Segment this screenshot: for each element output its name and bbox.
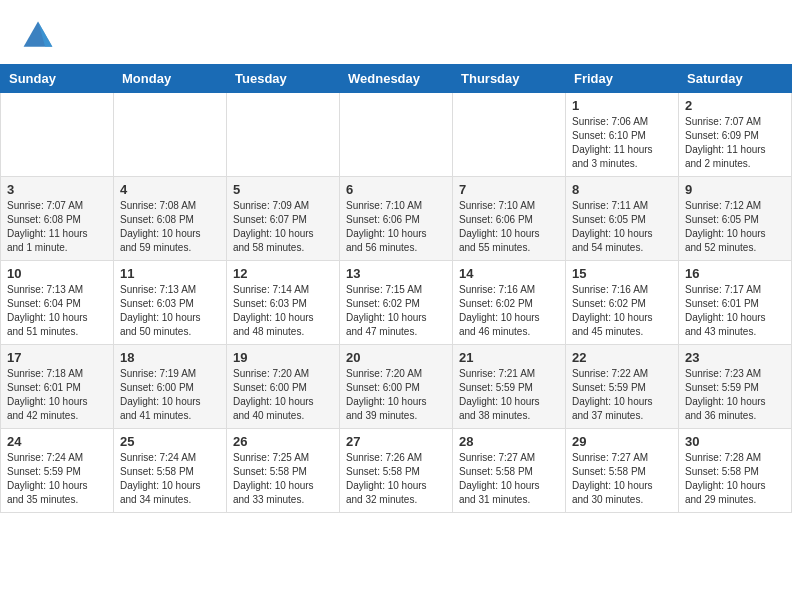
calendar-cell: 25Sunrise: 7:24 AM Sunset: 5:58 PM Dayli… — [114, 429, 227, 513]
logo — [20, 18, 60, 54]
day-info: Sunrise: 7:28 AM Sunset: 5:58 PM Dayligh… — [685, 451, 785, 507]
calendar-cell — [340, 93, 453, 177]
day-info: Sunrise: 7:16 AM Sunset: 6:02 PM Dayligh… — [572, 283, 672, 339]
calendar-cell: 29Sunrise: 7:27 AM Sunset: 5:58 PM Dayli… — [566, 429, 679, 513]
calendar-cell: 17Sunrise: 7:18 AM Sunset: 6:01 PM Dayli… — [1, 345, 114, 429]
day-number: 23 — [685, 350, 785, 365]
day-info: Sunrise: 7:17 AM Sunset: 6:01 PM Dayligh… — [685, 283, 785, 339]
day-number: 12 — [233, 266, 333, 281]
day-info: Sunrise: 7:14 AM Sunset: 6:03 PM Dayligh… — [233, 283, 333, 339]
calendar-cell: 15Sunrise: 7:16 AM Sunset: 6:02 PM Dayli… — [566, 261, 679, 345]
logo-icon — [20, 18, 56, 54]
day-info: Sunrise: 7:13 AM Sunset: 6:04 PM Dayligh… — [7, 283, 107, 339]
day-info: Sunrise: 7:26 AM Sunset: 5:58 PM Dayligh… — [346, 451, 446, 507]
calendar-cell — [453, 93, 566, 177]
calendar-cell: 6Sunrise: 7:10 AM Sunset: 6:06 PM Daylig… — [340, 177, 453, 261]
day-info: Sunrise: 7:27 AM Sunset: 5:58 PM Dayligh… — [572, 451, 672, 507]
day-info: Sunrise: 7:07 AM Sunset: 6:09 PM Dayligh… — [685, 115, 785, 171]
day-number: 3 — [7, 182, 107, 197]
calendar-cell: 21Sunrise: 7:21 AM Sunset: 5:59 PM Dayli… — [453, 345, 566, 429]
day-info: Sunrise: 7:11 AM Sunset: 6:05 PM Dayligh… — [572, 199, 672, 255]
day-info: Sunrise: 7:24 AM Sunset: 5:58 PM Dayligh… — [120, 451, 220, 507]
calendar-cell: 9Sunrise: 7:12 AM Sunset: 6:05 PM Daylig… — [679, 177, 792, 261]
day-info: Sunrise: 7:06 AM Sunset: 6:10 PM Dayligh… — [572, 115, 672, 171]
day-info: Sunrise: 7:22 AM Sunset: 5:59 PM Dayligh… — [572, 367, 672, 423]
day-number: 30 — [685, 434, 785, 449]
header — [0, 0, 792, 64]
day-number: 11 — [120, 266, 220, 281]
day-info: Sunrise: 7:18 AM Sunset: 6:01 PM Dayligh… — [7, 367, 107, 423]
weekday-header-thursday: Thursday — [453, 65, 566, 93]
day-number: 2 — [685, 98, 785, 113]
day-info: Sunrise: 7:16 AM Sunset: 6:02 PM Dayligh… — [459, 283, 559, 339]
calendar-cell: 28Sunrise: 7:27 AM Sunset: 5:58 PM Dayli… — [453, 429, 566, 513]
week-row-2: 3Sunrise: 7:07 AM Sunset: 6:08 PM Daylig… — [1, 177, 792, 261]
day-info: Sunrise: 7:20 AM Sunset: 6:00 PM Dayligh… — [346, 367, 446, 423]
weekday-header-wednesday: Wednesday — [340, 65, 453, 93]
calendar-cell: 4Sunrise: 7:08 AM Sunset: 6:08 PM Daylig… — [114, 177, 227, 261]
day-info: Sunrise: 7:12 AM Sunset: 6:05 PM Dayligh… — [685, 199, 785, 255]
day-number: 24 — [7, 434, 107, 449]
day-number: 6 — [346, 182, 446, 197]
day-info: Sunrise: 7:15 AM Sunset: 6:02 PM Dayligh… — [346, 283, 446, 339]
weekday-header-friday: Friday — [566, 65, 679, 93]
day-info: Sunrise: 7:24 AM Sunset: 5:59 PM Dayligh… — [7, 451, 107, 507]
calendar-cell: 13Sunrise: 7:15 AM Sunset: 6:02 PM Dayli… — [340, 261, 453, 345]
calendar-cell: 20Sunrise: 7:20 AM Sunset: 6:00 PM Dayli… — [340, 345, 453, 429]
day-number: 27 — [346, 434, 446, 449]
day-number: 19 — [233, 350, 333, 365]
day-info: Sunrise: 7:13 AM Sunset: 6:03 PM Dayligh… — [120, 283, 220, 339]
day-info: Sunrise: 7:20 AM Sunset: 6:00 PM Dayligh… — [233, 367, 333, 423]
day-info: Sunrise: 7:08 AM Sunset: 6:08 PM Dayligh… — [120, 199, 220, 255]
week-row-5: 24Sunrise: 7:24 AM Sunset: 5:59 PM Dayli… — [1, 429, 792, 513]
day-info: Sunrise: 7:21 AM Sunset: 5:59 PM Dayligh… — [459, 367, 559, 423]
calendar-cell: 23Sunrise: 7:23 AM Sunset: 5:59 PM Dayli… — [679, 345, 792, 429]
day-number: 21 — [459, 350, 559, 365]
calendar-cell: 14Sunrise: 7:16 AM Sunset: 6:02 PM Dayli… — [453, 261, 566, 345]
weekday-header-tuesday: Tuesday — [227, 65, 340, 93]
calendar-cell: 12Sunrise: 7:14 AM Sunset: 6:03 PM Dayli… — [227, 261, 340, 345]
calendar-cell: 1Sunrise: 7:06 AM Sunset: 6:10 PM Daylig… — [566, 93, 679, 177]
week-row-4: 17Sunrise: 7:18 AM Sunset: 6:01 PM Dayli… — [1, 345, 792, 429]
calendar-cell: 30Sunrise: 7:28 AM Sunset: 5:58 PM Dayli… — [679, 429, 792, 513]
calendar-cell: 11Sunrise: 7:13 AM Sunset: 6:03 PM Dayli… — [114, 261, 227, 345]
day-number: 10 — [7, 266, 107, 281]
day-info: Sunrise: 7:25 AM Sunset: 5:58 PM Dayligh… — [233, 451, 333, 507]
day-number: 1 — [572, 98, 672, 113]
calendar-cell — [114, 93, 227, 177]
calendar-cell: 27Sunrise: 7:26 AM Sunset: 5:58 PM Dayli… — [340, 429, 453, 513]
calendar-cell: 3Sunrise: 7:07 AM Sunset: 6:08 PM Daylig… — [1, 177, 114, 261]
calendar-table: SundayMondayTuesdayWednesdayThursdayFrid… — [0, 64, 792, 513]
day-number: 16 — [685, 266, 785, 281]
calendar-cell — [1, 93, 114, 177]
day-info: Sunrise: 7:10 AM Sunset: 6:06 PM Dayligh… — [346, 199, 446, 255]
day-number: 13 — [346, 266, 446, 281]
day-number: 22 — [572, 350, 672, 365]
day-number: 28 — [459, 434, 559, 449]
day-number: 9 — [685, 182, 785, 197]
day-number: 15 — [572, 266, 672, 281]
week-row-1: 1Sunrise: 7:06 AM Sunset: 6:10 PM Daylig… — [1, 93, 792, 177]
week-row-3: 10Sunrise: 7:13 AM Sunset: 6:04 PM Dayli… — [1, 261, 792, 345]
calendar-cell: 7Sunrise: 7:10 AM Sunset: 6:06 PM Daylig… — [453, 177, 566, 261]
day-info: Sunrise: 7:07 AM Sunset: 6:08 PM Dayligh… — [7, 199, 107, 255]
day-info: Sunrise: 7:27 AM Sunset: 5:58 PM Dayligh… — [459, 451, 559, 507]
calendar-cell: 18Sunrise: 7:19 AM Sunset: 6:00 PM Dayli… — [114, 345, 227, 429]
weekday-header-row: SundayMondayTuesdayWednesdayThursdayFrid… — [1, 65, 792, 93]
calendar-cell: 2Sunrise: 7:07 AM Sunset: 6:09 PM Daylig… — [679, 93, 792, 177]
calendar-cell: 16Sunrise: 7:17 AM Sunset: 6:01 PM Dayli… — [679, 261, 792, 345]
weekday-header-saturday: Saturday — [679, 65, 792, 93]
day-info: Sunrise: 7:09 AM Sunset: 6:07 PM Dayligh… — [233, 199, 333, 255]
day-info: Sunrise: 7:10 AM Sunset: 6:06 PM Dayligh… — [459, 199, 559, 255]
day-number: 5 — [233, 182, 333, 197]
day-number: 14 — [459, 266, 559, 281]
day-number: 8 — [572, 182, 672, 197]
day-number: 26 — [233, 434, 333, 449]
day-number: 7 — [459, 182, 559, 197]
calendar-cell: 5Sunrise: 7:09 AM Sunset: 6:07 PM Daylig… — [227, 177, 340, 261]
day-number: 18 — [120, 350, 220, 365]
day-number: 29 — [572, 434, 672, 449]
calendar-cell: 19Sunrise: 7:20 AM Sunset: 6:00 PM Dayli… — [227, 345, 340, 429]
day-number: 17 — [7, 350, 107, 365]
calendar-cell: 8Sunrise: 7:11 AM Sunset: 6:05 PM Daylig… — [566, 177, 679, 261]
